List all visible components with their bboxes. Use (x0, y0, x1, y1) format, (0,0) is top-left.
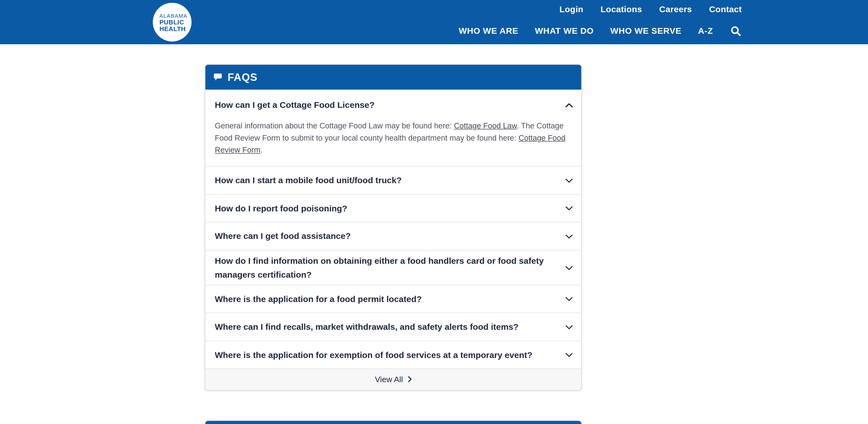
faq-panel: FAQS How can I get a Cottage Food Licens… (205, 64, 582, 391)
faq-panel-header: FAQS (205, 65, 581, 90)
faq-question-row[interactable]: How can I get a Cottage Food License? (215, 98, 573, 112)
faq-question: Where is the application for a food perm… (215, 292, 422, 306)
faq-item-collapsed[interactable]: How can I start a mobile food unit/food … (205, 166, 581, 194)
faq-item-collapsed[interactable]: Where can I find recalls, market withdra… (205, 313, 581, 340)
chevron-down-icon (565, 350, 573, 360)
nav-contact[interactable]: Contact (709, 4, 742, 14)
chevron-down-icon (565, 231, 573, 241)
nav-who-we-are[interactable]: WHO WE ARE (459, 26, 518, 36)
faq-item-collapsed[interactable]: Where can I get food assistance? (205, 222, 581, 250)
chevron-right-icon (408, 374, 412, 385)
nav-locations[interactable]: Locations (600, 4, 642, 14)
alabama-public-health-logo[interactable]: ALABAMA PUBLIC HEALTH (153, 3, 191, 42)
faq-question: Where is the application for exemption o… (215, 348, 532, 362)
answer-text: General information about the Cottage Fo… (215, 121, 454, 130)
logo-line-public: PUBLIC (159, 19, 187, 25)
faq-item-expanded: How can I get a Cottage Food License? Ge… (205, 90, 581, 166)
utility-nav: Login Locations Careers Contact (560, 4, 742, 14)
logo-line-alabama: ALABAMA (159, 12, 187, 19)
nav-what-we-do[interactable]: WHAT WE DO (535, 26, 594, 36)
page: ALABAMA PUBLIC HEALTH Login Locations Ca… (0, 0, 868, 424)
chevron-down-icon (565, 322, 573, 332)
answer-text: . (260, 145, 262, 154)
faq-item-collapsed[interactable]: How do I find information on obtaining e… (205, 250, 581, 285)
faq-item-collapsed[interactable]: How do I report food poisoning? (205, 194, 581, 222)
faq-question: Where can I find recalls, market withdra… (215, 320, 518, 334)
chevron-up-icon (565, 100, 573, 110)
faq-question: How can I start a mobile food unit/food … (215, 173, 402, 187)
faq-question: How can I get a Cottage Food License? (215, 98, 374, 112)
chevron-down-icon (565, 203, 573, 213)
faq-answer: General information about the Cottage Fo… (215, 120, 574, 156)
faq-question: How do I report food poisoning? (215, 201, 347, 215)
answer-link[interactable]: Cottage Food Law (454, 121, 517, 130)
nav-a-z[interactable]: A-Z (698, 26, 713, 36)
logo-line-health: HEALTH (159, 25, 187, 32)
faq-item-collapsed[interactable]: Where is the application for a food perm… (205, 285, 581, 313)
header-nav: Login Locations Careers Contact WHO WE A… (459, 0, 742, 37)
nav-who-we-serve[interactable]: WHO WE SERVE (610, 26, 681, 36)
main-nav: WHO WE ARE WHAT WE DO WHO WE SERVE A-Z (459, 25, 742, 37)
nav-login[interactable]: Login (560, 4, 584, 14)
next-section-header-edge (205, 420, 582, 424)
faq-panel-title: FAQS (227, 71, 257, 83)
view-all-label: View All (375, 375, 403, 384)
nav-careers[interactable]: Careers (659, 4, 692, 14)
chevron-down-icon (565, 294, 573, 304)
site-header: ALABAMA PUBLIC HEALTH Login Locations Ca… (0, 0, 868, 44)
faq-question: Where can I get food assistance? (215, 229, 350, 243)
logo-text: ALABAMA PUBLIC HEALTH (159, 12, 187, 32)
faq-question: How do I find information on obtaining e… (215, 254, 547, 282)
chevron-down-icon (565, 263, 573, 273)
view-all-button[interactable]: View All (205, 368, 581, 390)
faq-item-collapsed[interactable]: Where is the application for exemption o… (205, 340, 581, 368)
search-icon[interactable] (730, 25, 742, 37)
chevron-down-icon (565, 175, 573, 185)
comment-bubble-icon (214, 73, 222, 81)
